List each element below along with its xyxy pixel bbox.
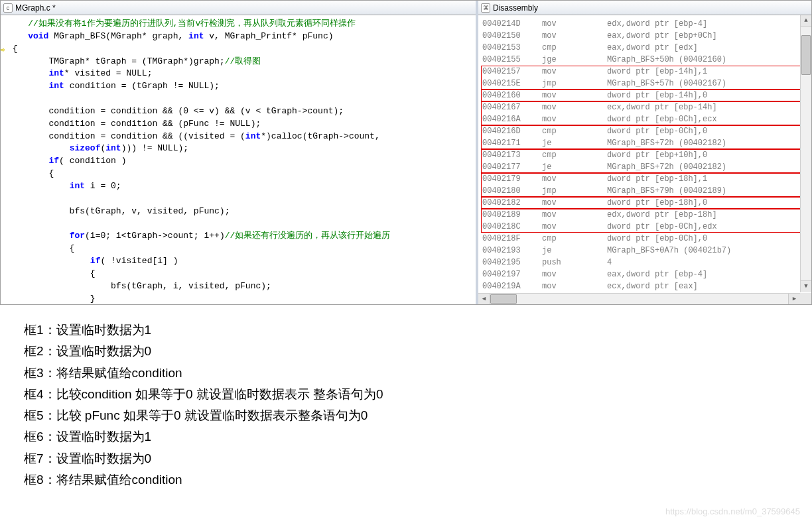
note-line: 框7：设置临时数据为0 [24,448,788,469]
source-pane: c MGraph.c * //如果没有将i作为要遍历的行进队列,当前v行检测完，… [1,1,478,304]
disasm-row[interactable]: 0040219Amovecx,dword ptr [eax] [482,280,807,292]
disasm-row[interactable]: 00402197moveax,dword ptr [ebp-4] [482,268,807,280]
source-code[interactable]: //如果没有将i作为要遍历的行进队列,当前v行检测完，再从队列取元素循环同样操作… [1,15,476,304]
disasm-row[interactable]: 00402153cmpeax,dword ptr [edx] [482,42,807,54]
note-line: 框6：设置临时数据为1 [24,426,788,447]
disasm-row[interactable]: 00402171jeMGraph_BFS+72h (00402182) [482,137,807,149]
note-line: 框4：比较condition 如果等于0 就设置临时数据表示 整条语句为0 [24,384,788,405]
note-line: 框8：将结果赋值给condition [24,469,788,491]
scroll-thumb-v[interactable] [801,35,811,75]
note-line: 框3：将结果赋值给condition [24,363,788,384]
disasm-row[interactable]: 00402157movdword ptr [ebp-14h],1 [482,66,807,78]
disasm-pane: ⌘ Disassembly 0040214Dmovedx,dword ptr [… [478,1,811,304]
note-line: 框2：设置临时数据为0 [24,341,788,362]
disasm-row[interactable]: 0040216Dcmpdword ptr [ebp-0Ch],0 [482,125,807,137]
disasm-row[interactable]: 00402195push4 [482,257,807,268]
scrollbar-vertical[interactable] [800,15,811,292]
annotation-notes: 框1：设置临时数据为1框2：设置临时数据为0框3：将结果赋值给condition… [0,305,812,505]
scroll-thumb-h[interactable] [490,294,517,304]
disasm-row[interactable]: 00402173cmpdword ptr [ebp+10h],0 [482,149,807,161]
source-tab-title[interactable]: MGraph.c * [15,3,56,13]
scrollbar-horizontal[interactable] [478,293,800,304]
disasm-row[interactable]: 00402177jeMGraph_BFS+72h (00402182) [482,161,807,173]
disasm-row[interactable]: 00402180jmpMGraph_BFS+79h (00402189) [482,185,807,197]
disasm-row[interactable]: 00402189movedx,dword ptr [ebp-18h] [482,209,807,221]
disasm-row[interactable]: 00402179movdword ptr [ebp-18h],1 [482,173,807,185]
disasm-row[interactable]: 0040218Cmovdword ptr [ebp-0Ch],edx [482,221,807,233]
file-icon: c [3,3,13,13]
scroll-corner [800,293,811,304]
disasm-row[interactable]: 0040216Amovdword ptr [ebp-0Ch],ecx [482,113,807,125]
note-line: 框1：设置临时数据为1 [24,320,788,341]
disasm-row[interactable]: 00402182movdword ptr [ebp-18h],0 [482,197,807,209]
disasm-row[interactable]: 0040215EjmpMGraph_BFS+57h (00402167) [482,78,807,89]
source-tab-bar: c MGraph.c * [1,1,476,15]
disasm-row[interactable]: 00402193jeMGraph_BFS+0A7h (004021b7) [482,245,807,257]
disasm-row[interactable]: 00402155jgeMGraph_BFS+50h (00402160) [482,54,807,66]
note-line: 框5：比较 pFunc 如果等于0 就设置临时数据表示整条语句为0 [24,405,788,426]
disasm-tab-bar: ⌘ Disassembly [478,1,811,15]
disasm-icon: ⌘ [481,3,490,13]
ide-window: c MGraph.c * //如果没有将i作为要遍历的行进队列,当前v行检测完，… [0,0,812,305]
disasm-row[interactable]: 0040218Fcmpdword ptr [ebp-0Ch],0 [482,233,807,245]
disasm-tab-title[interactable]: Disassembly [493,3,538,13]
disasm-row[interactable]: 00402167movecx,dword ptr [ebp-14h] [482,101,807,113]
disasm-row[interactable]: 00402150moveax,dword ptr [ebp+0Ch] [482,30,807,42]
disasm-row[interactable]: 00402160movdword ptr [ebp-14h],0 [482,89,807,101]
disasm-row[interactable]: 0040214Dmovedx,dword ptr [ebp-4] [482,18,807,30]
disassembly-listing[interactable]: 0040214Dmovedx,dword ptr [ebp-4]00402150… [478,15,811,304]
